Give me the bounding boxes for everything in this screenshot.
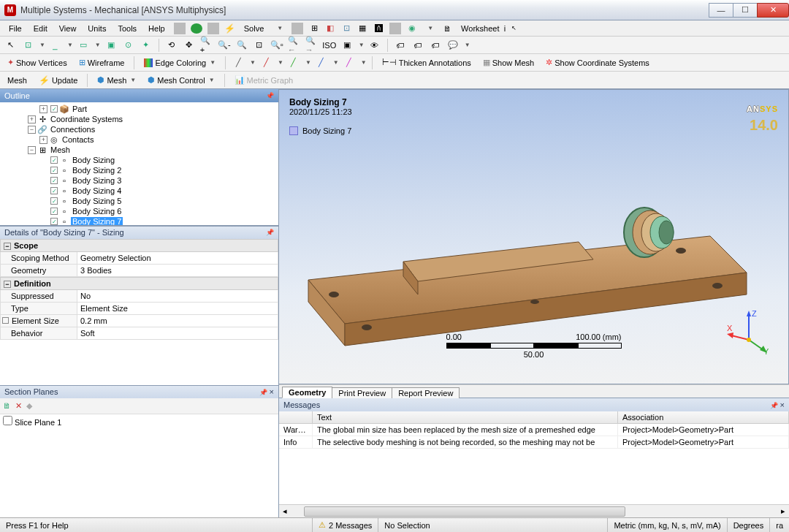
menu-edit[interactable]: Edit bbox=[28, 23, 53, 34]
expand-icon[interactable]: − bbox=[28, 146, 36, 154]
message-row[interactable]: InfoThe selective body meshing is not be… bbox=[279, 436, 789, 449]
prop-group[interactable]: −Scope bbox=[0, 239, 278, 252]
rotate-icon[interactable]: ⟲ bbox=[164, 38, 179, 53]
tree-item[interactable]: −⊞Mesh bbox=[0, 145, 278, 155]
sel-coord-icon[interactable]: ✦ bbox=[139, 38, 153, 53]
expand-icon[interactable]: + bbox=[39, 105, 47, 113]
menu-units[interactable]: Units bbox=[82, 23, 112, 34]
slice-plane-item[interactable]: Slice Plane 1 bbox=[3, 418, 61, 427]
status-messages[interactable]: ⚠2 Messages bbox=[313, 518, 378, 532]
pin-icon[interactable]: 📌 bbox=[266, 92, 274, 99]
expand-icon[interactable]: + bbox=[28, 115, 36, 123]
tree-item[interactable]: +◎Contacts bbox=[0, 134, 278, 145]
delete-plane-icon[interactable]: ✕ bbox=[15, 401, 22, 411]
menu-help[interactable]: Help bbox=[142, 23, 171, 34]
tree-item[interactable]: ✓▫Body Sizing 7 bbox=[0, 216, 278, 226]
view-prev-icon[interactable]: 🔍← bbox=[287, 38, 302, 53]
sel-vertex-icon[interactable]: ⊡ bbox=[20, 38, 35, 53]
go-icon[interactable] bbox=[190, 22, 203, 35]
prop-row[interactable]: BehaviorSoft bbox=[0, 327, 278, 340]
pin-icon[interactable]: 📌 bbox=[266, 229, 274, 236]
prop-row[interactable]: TypeElement Size bbox=[0, 303, 278, 315]
add-plane-icon[interactable]: 🗎 bbox=[3, 401, 11, 410]
message-row[interactable]: WarninThe global min size has been repla… bbox=[279, 424, 789, 436]
slice-plane-checkbox[interactable] bbox=[3, 416, 12, 425]
pin-icon[interactable]: 📌 bbox=[259, 389, 267, 396]
tb-icon-3[interactable]: ⊡ bbox=[340, 22, 353, 35]
menu-file[interactable]: File bbox=[3, 23, 28, 34]
close-messages-icon[interactable]: × bbox=[780, 400, 785, 409]
close-button[interactable]: ✕ bbox=[757, 3, 789, 18]
expand-icon[interactable]: + bbox=[39, 136, 47, 144]
tab-print-preview[interactable]: Print Preview bbox=[332, 387, 392, 398]
tree-item[interactable]: ✓▫Body Sizing 6 bbox=[0, 206, 278, 216]
graphics-canvas[interactable]: Body Sizing 7 2020/11/25 11:23 Body Sizi… bbox=[279, 89, 789, 384]
zoom-fit-icon[interactable]: 🔍 bbox=[235, 38, 249, 53]
thicken-button[interactable]: ⊢⊣Thicken Annotations bbox=[378, 56, 476, 69]
tb-icon-6[interactable]: ◉ bbox=[405, 22, 419, 35]
worksheet-button[interactable]: Worksheet bbox=[455, 23, 505, 34]
prop-group[interactable]: −Definition bbox=[0, 277, 278, 290]
view-iso-icon[interactable]: ISO bbox=[322, 38, 337, 53]
edge-1-icon[interactable]: ╱ bbox=[231, 56, 245, 70]
cursor-icon[interactable]: ↖ bbox=[3, 38, 18, 53]
tree-item[interactable]: ✓▫Body Sizing 4 bbox=[0, 186, 278, 196]
prop-row[interactable]: Geometry3 Bodies bbox=[0, 265, 278, 277]
edge-5-icon[interactable]: ╱ bbox=[342, 56, 357, 70]
edge-3-icon[interactable]: ╱ bbox=[286, 56, 301, 70]
edge-4-icon[interactable]: ╱ bbox=[314, 56, 329, 70]
tree-item[interactable]: −🔗Connections bbox=[0, 124, 278, 134]
menu-view[interactable]: View bbox=[53, 23, 83, 34]
mesh-dropdown[interactable]: ⬢Mesh▼ bbox=[93, 74, 140, 86]
details-table[interactable]: −ScopeScoping MethodGeometry SelectionGe… bbox=[0, 239, 278, 385]
update-button[interactable]: ⚡Update bbox=[34, 74, 82, 87]
zoom-out-icon[interactable]: 🔍- bbox=[217, 38, 232, 53]
look-at-icon[interactable]: 👁 bbox=[367, 38, 382, 53]
tree-item[interactable]: ✓▫Body Sizing 5 bbox=[0, 196, 278, 206]
sel-body-icon[interactable]: ▣ bbox=[104, 38, 118, 53]
zoom-sel-icon[interactable]: 🔍▫ bbox=[270, 38, 284, 53]
view-next-icon[interactable]: 🔍→ bbox=[305, 38, 319, 53]
tree-item[interactable]: ✓▫Body Sizing bbox=[0, 155, 278, 165]
sel-node-icon[interactable]: ⊙ bbox=[121, 38, 136, 53]
edge-2-icon[interactable]: ╱ bbox=[259, 56, 273, 70]
tag-icon[interactable]: 🏷 bbox=[393, 38, 408, 53]
prop-row[interactable]: SuppressedNo bbox=[0, 290, 278, 303]
tb-icon-2[interactable]: ◧ bbox=[324, 22, 337, 35]
expand-icon[interactable]: − bbox=[28, 126, 36, 134]
minimize-button[interactable]: — bbox=[709, 3, 733, 18]
tree-item[interactable]: ✓▫Body Sizing 3 bbox=[0, 175, 278, 186]
prop-row[interactable]: Element Size0.2 mm bbox=[0, 315, 278, 327]
comment-icon[interactable]: 💬 bbox=[446, 38, 460, 53]
view-front-icon[interactable]: ▣ bbox=[340, 38, 354, 53]
sel-edge-icon[interactable]: ⎯ bbox=[48, 38, 63, 53]
tb-icon-5[interactable]: 🅰 bbox=[372, 22, 385, 35]
close-pane-icon[interactable]: × bbox=[270, 387, 274, 396]
tab-report-preview[interactable]: Report Preview bbox=[392, 387, 460, 398]
maximize-button[interactable]: ☐ bbox=[733, 3, 758, 18]
outline-tree[interactable]: +✓📦Part+✢Coordinate Systems−🔗Connections… bbox=[0, 102, 278, 226]
orientation-triad[interactable]: Z X Y bbox=[727, 311, 771, 354]
info-icon[interactable]: i↖ bbox=[506, 22, 519, 35]
show-mesh-button[interactable]: ▦Show Mesh bbox=[479, 56, 538, 69]
pan-icon[interactable]: ✥ bbox=[182, 38, 197, 53]
wireframe-button[interactable]: ⊞Wireframe bbox=[75, 56, 129, 69]
zoom-box-icon[interactable]: ⊡ bbox=[252, 38, 267, 53]
metric-graph-button[interactable]: 📊Metric Graph bbox=[230, 74, 298, 86]
tab-geometry[interactable]: Geometry bbox=[282, 387, 332, 398]
tree-item[interactable]: +✢Coordinate Systems bbox=[0, 114, 278, 124]
edge-coloring-button[interactable]: Edge Coloring▼ bbox=[140, 57, 220, 69]
menu-tools[interactable]: Tools bbox=[112, 23, 142, 34]
solve-button[interactable]: Solve bbox=[238, 23, 270, 34]
pin-icon[interactable]: 📌 bbox=[770, 402, 778, 409]
tag3-icon[interactable]: 🏷 bbox=[428, 38, 443, 53]
toggle-plane-icon[interactable]: ◆ bbox=[26, 401, 32, 411]
sel-face-icon[interactable]: ▭ bbox=[76, 38, 91, 53]
tb-icon-1[interactable]: ⊞ bbox=[308, 22, 321, 35]
show-cs-button[interactable]: ✲Show Coordinate Systems bbox=[541, 56, 654, 69]
zoom-in-icon[interactable]: 🔍+ bbox=[199, 38, 214, 53]
tree-item[interactable]: +✓📦Part bbox=[0, 104, 278, 114]
prop-row[interactable]: Scoping MethodGeometry Selection bbox=[0, 252, 278, 265]
tree-item[interactable]: ✓▫Body Sizing 2 bbox=[0, 165, 278, 175]
mesh-control-dropdown[interactable]: ⬢Mesh Control▼ bbox=[143, 74, 218, 86]
